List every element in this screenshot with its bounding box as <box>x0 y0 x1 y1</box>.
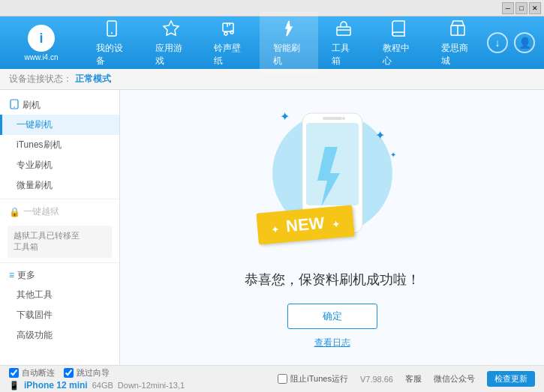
auto-close-input[interactable] <box>9 368 19 378</box>
new-badge: NEW <box>256 205 354 245</box>
phone-illustration: ✦ ✦ ✦ NEW <box>257 106 407 256</box>
sidebar-divider-1 <box>0 199 119 199</box>
nav-item-tutorial[interactable]: 教程中心 <box>369 12 428 73</box>
check-update-button[interactable]: 检查更新 <box>487 371 535 387</box>
skip-wizard-label: 跳过向导 <box>77 367 110 379</box>
device-name: iPhone 12 mini <box>24 380 88 391</box>
device-model: Down-12mini-13,1 <box>118 381 185 390</box>
community-icon <box>447 18 468 39</box>
nav-label-tutorial: 教程中心 <box>383 42 415 67</box>
auto-close-label: 自动断连 <box>22 367 55 379</box>
itunes-stop-label: 阻止iTunes运行 <box>290 373 348 385</box>
content-area: ✦ ✦ ✦ NEW 恭喜您，保资料刷机成功啦 <box>120 90 544 365</box>
svg-point-14 <box>14 106 15 108</box>
confirm-button[interactable]: 确定 <box>287 304 377 329</box>
auto-close-checkbox[interactable]: 自动断连 <box>9 367 55 379</box>
version-label: V7.98.66 <box>360 375 393 384</box>
sidebar-item-advanced[interactable]: 高级功能 <box>0 325 119 346</box>
svg-point-3 <box>111 32 113 34</box>
download-button[interactable]: ↓ <box>487 32 508 53</box>
nav-right: ↓ 👤 <box>487 32 544 53</box>
svg-point-19 <box>342 117 345 120</box>
device-info: 📱 iPhone 12 mini 64GB Down-12mini-13,1 <box>9 380 185 391</box>
top-nav: i www.i4.cn 我的设备 应用游戏 铃声壁纸 <box>0 16 544 69</box>
svg-rect-18 <box>323 117 342 120</box>
jailbreak-section-label: 一键越狱 <box>23 205 59 218</box>
sidebar-item-micro-flash[interactable]: 微量刷机 <box>0 175 119 196</box>
svg-text:i: i <box>39 31 43 46</box>
itunes-stop: 阻止iTunes运行 <box>278 373 348 385</box>
svg-rect-9 <box>337 27 350 35</box>
sidebar-section-jailbreak: 🔒 一键越狱 <box>0 202 119 221</box>
nav-label-smart-flash: 智能刷机 <box>273 42 305 67</box>
bottom-controls: 自动断连 跳过向导 📱 iPhone 12 mini 64GB Down-12m… <box>9 367 185 391</box>
secondary-link[interactable]: 查看日志 <box>314 337 350 349</box>
my-device-icon <box>101 18 122 39</box>
ringtones-icon <box>219 18 240 39</box>
sidebar-item-download-firmware[interactable]: 下载固件 <box>0 305 119 325</box>
sidebar-divider-2 <box>0 262 119 263</box>
nav-item-ringtones[interactable]: 铃声壁纸 <box>200 12 260 73</box>
customer-service-link[interactable]: 客服 <box>405 373 422 385</box>
lock-icon: 🔒 <box>9 207 20 217</box>
nav-item-community[interactable]: 爱思商城 <box>428 12 487 73</box>
wechat-public-link[interactable]: 微信公众号 <box>434 373 475 385</box>
window-controls: ─ □ ✕ <box>502 2 541 14</box>
user-button[interactable]: 👤 <box>514 32 535 53</box>
nav-label-apps-games: 应用游戏 <box>155 42 188 67</box>
nav-label-my-device: 我的设备 <box>96 42 128 67</box>
sidebar-item-other-tools[interactable]: 其他工具 <box>0 285 119 305</box>
more-section-icon: ≡ <box>9 270 14 280</box>
nav-item-smart-flash[interactable]: 智能刷机 <box>260 12 319 73</box>
nav-items: 我的设备 应用游戏 铃声壁纸 智能刷机 工具箱 <box>83 12 487 73</box>
status-value: 正常模式 <box>75 73 111 85</box>
sidebar-item-one-click-flash[interactable]: 一键刷机 <box>0 115 119 135</box>
device-phone-icon: 📱 <box>9 381 20 391</box>
bottom-bar: 自动断连 跳过向导 📱 iPhone 12 mini 64GB Down-12m… <box>0 365 544 392</box>
skip-wizard-input[interactable] <box>64 368 74 378</box>
success-text: 恭喜您，保资料刷机成功啦！ <box>245 271 420 289</box>
nav-label-toolbox: 工具箱 <box>332 42 356 67</box>
minimize-button[interactable]: ─ <box>502 2 514 14</box>
sidebar-section-flash: 刷机 <box>0 96 119 115</box>
close-button[interactable]: ✕ <box>529 2 541 14</box>
tutorial-icon <box>388 18 409 39</box>
maximize-button[interactable]: □ <box>515 2 527 14</box>
sidebar-section-more: ≡ 更多 <box>0 266 119 285</box>
flash-section-icon <box>9 99 20 112</box>
logo-icon: i <box>28 25 55 52</box>
skip-wizard-checkbox[interactable]: 跳过向导 <box>64 367 110 379</box>
logo-area: i www.i4.cn <box>0 25 83 61</box>
sparkle-3: ✦ <box>390 151 396 159</box>
bottom-right: 阻止iTunes运行 V7.98.66 客服 微信公众号 检查更新 <box>278 371 535 387</box>
logo-url: www.i4.cn <box>24 53 58 61</box>
jailbreak-notice: 越狱工具已转移至工具箱 <box>8 226 112 258</box>
toolbox-icon <box>333 18 354 39</box>
sidebar-item-itunes-flash[interactable]: iTunes刷机 <box>0 135 119 155</box>
sidebar: 刷机 一键刷机 iTunes刷机 专业刷机 微量刷机 🔒 一键越狱 越狱工具已转… <box>0 90 120 365</box>
svg-point-5 <box>224 32 227 35</box>
bottom-left: 自动断连 跳过向导 📱 iPhone 12 mini 64GB Down-12m… <box>9 367 185 391</box>
apps-games-icon <box>161 18 182 39</box>
nav-label-ringtones: 铃声壁纸 <box>214 42 246 67</box>
nav-item-apps-games[interactable]: 应用游戏 <box>142 12 201 73</box>
main-content: 刷机 一键刷机 iTunes刷机 专业刷机 微量刷机 🔒 一键越狱 越狱工具已转… <box>0 90 544 365</box>
itunes-stop-checkbox[interactable] <box>278 374 287 384</box>
sparkle-2: ✦ <box>375 128 385 142</box>
nav-item-my-device[interactable]: 我的设备 <box>83 12 142 73</box>
status-label: 设备连接状态： <box>9 73 72 85</box>
device-storage: 64GB <box>92 381 113 390</box>
sidebar-item-pro-flash[interactable]: 专业刷机 <box>0 155 119 175</box>
flash-section-label: 刷机 <box>23 99 41 112</box>
more-section-label: 更多 <box>17 269 35 282</box>
sparkle-1: ✦ <box>280 109 290 124</box>
smart-flash-icon <box>278 18 299 39</box>
nav-label-community: 爱思商城 <box>441 42 473 67</box>
nav-item-toolbox[interactable]: 工具箱 <box>318 12 369 73</box>
svg-point-6 <box>230 31 233 34</box>
